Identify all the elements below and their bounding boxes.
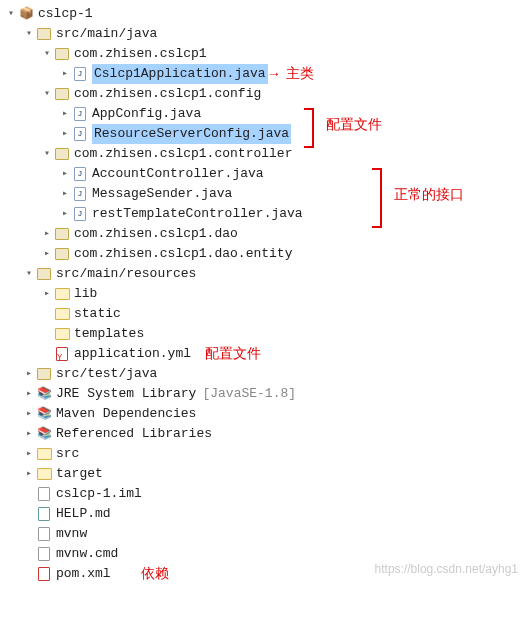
- file-label[interactable]: pom.xml: [56, 564, 111, 584]
- tree-row-folder[interactable]: ▸ src: [4, 444, 526, 464]
- package-icon: [54, 146, 70, 162]
- collapse-icon[interactable]: ▸: [22, 424, 36, 444]
- collapse-icon[interactable]: ▸: [22, 384, 36, 404]
- library-icon: [36, 386, 52, 402]
- package-label[interactable]: com.zhisen.cslcp1.config: [74, 84, 261, 104]
- java-file-icon: J: [72, 126, 88, 142]
- project-icon: [18, 6, 34, 22]
- project-label[interactable]: cslcp-1: [38, 4, 93, 24]
- tree-row-package[interactable]: ▸ com.zhisen.cslcp1.dao.entity: [4, 244, 526, 264]
- java-file-icon: J: [72, 186, 88, 202]
- expand-icon[interactable]: ▾: [22, 24, 36, 44]
- folder-icon: [36, 446, 52, 462]
- package-icon: [54, 226, 70, 242]
- tree-row-package[interactable]: ▾ com.zhisen.cslcp1.config: [4, 84, 526, 104]
- collapse-icon[interactable]: ▸: [58, 184, 72, 204]
- file-label[interactable]: HELP.md: [56, 504, 111, 524]
- bracket-config: [304, 108, 314, 148]
- expand-icon[interactable]: ▾: [22, 264, 36, 284]
- package-label[interactable]: com.zhisen.cslcp1.dao.entity: [74, 244, 292, 264]
- tree-row-file[interactable]: mvnw: [4, 524, 526, 544]
- java-file-icon: J: [72, 206, 88, 222]
- package-label[interactable]: com.zhisen.cslcp1.controller: [74, 144, 292, 164]
- tree-row-folder[interactable]: ▸ target: [4, 464, 526, 484]
- source-folder-icon: [36, 266, 52, 282]
- package-icon: [54, 86, 70, 102]
- file-label[interactable]: ResourceServerConfig.java: [92, 124, 291, 144]
- watermark-text: https://blog.csdn.net/ayhg1: [375, 562, 518, 576]
- tree-row-src-main-java[interactable]: ▾ src/main/java: [4, 24, 526, 44]
- file-label[interactable]: Cslcp1Application.java: [92, 64, 268, 84]
- collapse-icon[interactable]: ▸: [22, 404, 36, 424]
- collapse-icon[interactable]: ▸: [58, 104, 72, 124]
- tree-row-file[interactable]: Y application.yml 配置文件: [4, 344, 526, 364]
- tree-row-package[interactable]: ▾ com.zhisen.cslcp1.controller: [4, 144, 526, 164]
- collapse-icon[interactable]: ▸: [22, 464, 36, 484]
- collapse-icon[interactable]: ▸: [58, 204, 72, 224]
- tree-row-file[interactable]: mvnw.cmd: [4, 544, 526, 564]
- tree-row-file[interactable]: ▸ J Cslcp1Application.java → 主类: [4, 64, 526, 84]
- folder-label[interactable]: src/test/java: [56, 364, 157, 384]
- folder-icon: [36, 466, 52, 482]
- folder-label[interactable]: templates: [74, 324, 144, 344]
- arrow-icon: →: [270, 64, 278, 84]
- file-label[interactable]: MessageSender.java: [92, 184, 232, 204]
- file-icon: [36, 526, 52, 542]
- tree-row-package[interactable]: ▸ com.zhisen.cslcp1.dao: [4, 224, 526, 244]
- tree-row-file[interactable]: ▸ J AccountController.java: [4, 164, 526, 184]
- tree-row-folder[interactable]: ▸ lib: [4, 284, 526, 304]
- tree-row-ref-libs[interactable]: ▸ Referenced Libraries: [4, 424, 526, 444]
- tree-row-file[interactable]: HELP.md: [4, 504, 526, 524]
- collapse-icon[interactable]: ▸: [58, 164, 72, 184]
- tree-row-jre[interactable]: ▸ JRE System Library [JavaSE-1.8]: [4, 384, 526, 404]
- java-file-icon: J: [72, 66, 88, 82]
- file-label[interactable]: application.yml: [74, 344, 191, 364]
- package-icon: [54, 46, 70, 62]
- collapse-icon[interactable]: ▸: [40, 224, 54, 244]
- folder-label[interactable]: src/main/resources: [56, 264, 196, 284]
- tree-row-file[interactable]: ▸ J restTemplateController.java: [4, 204, 526, 224]
- file-label[interactable]: AppConfig.java: [92, 104, 201, 124]
- folder-label[interactable]: src: [56, 444, 79, 464]
- collapse-icon[interactable]: ▸: [22, 444, 36, 464]
- file-label[interactable]: mvnw.cmd: [56, 544, 118, 564]
- tree-row-file[interactable]: ▸ J ResourceServerConfig.java: [4, 124, 526, 144]
- annotation-api: 正常的接口: [394, 186, 464, 204]
- file-label[interactable]: cslcp-1.iml: [56, 484, 142, 504]
- file-label[interactable]: mvnw: [56, 524, 87, 544]
- tree-row-package[interactable]: ▾ com.zhisen.cslcp1: [4, 44, 526, 64]
- tree-row-folder[interactable]: static: [4, 304, 526, 324]
- library-label[interactable]: Maven Dependencies: [56, 404, 196, 424]
- tree-row-file[interactable]: cslcp-1.iml: [4, 484, 526, 504]
- folder-label[interactable]: lib: [74, 284, 97, 304]
- collapse-icon[interactable]: ▸: [58, 124, 72, 144]
- bracket-api: [372, 168, 382, 228]
- tree-row-folder[interactable]: templates: [4, 324, 526, 344]
- source-folder-icon: [36, 26, 52, 42]
- folder-label[interactable]: src/main/java: [56, 24, 157, 44]
- package-label[interactable]: com.zhisen.cslcp1: [74, 44, 207, 64]
- file-label[interactable]: restTemplateController.java: [92, 204, 303, 224]
- collapse-icon[interactable]: ▸: [40, 284, 54, 304]
- tree-row-project[interactable]: ▾ cslcp-1: [4, 4, 526, 24]
- folder-label[interactable]: static: [74, 304, 121, 324]
- library-label[interactable]: Referenced Libraries: [56, 424, 212, 444]
- expand-icon[interactable]: ▾: [40, 144, 54, 164]
- library-label[interactable]: JRE System Library: [56, 384, 196, 404]
- tree-row-src-test-java[interactable]: ▸ src/test/java: [4, 364, 526, 384]
- collapse-icon[interactable]: ▸: [40, 244, 54, 264]
- tree-row-maven-deps[interactable]: ▸ Maven Dependencies: [4, 404, 526, 424]
- expand-icon[interactable]: ▾: [40, 44, 54, 64]
- java-file-icon: J: [72, 106, 88, 122]
- folder-label[interactable]: target: [56, 464, 103, 484]
- file-label[interactable]: AccountController.java: [92, 164, 264, 184]
- tree-row-file[interactable]: ▸ J AppConfig.java: [4, 104, 526, 124]
- package-label[interactable]: com.zhisen.cslcp1.dao: [74, 224, 238, 244]
- collapse-icon[interactable]: ▸: [58, 64, 72, 84]
- expand-icon[interactable]: ▾: [40, 84, 54, 104]
- expand-icon[interactable]: ▾: [4, 4, 18, 24]
- file-icon: [36, 546, 52, 562]
- tree-row-src-main-resources[interactable]: ▾ src/main/resources: [4, 264, 526, 284]
- collapse-icon[interactable]: ▸: [22, 364, 36, 384]
- folder-icon: [54, 286, 70, 302]
